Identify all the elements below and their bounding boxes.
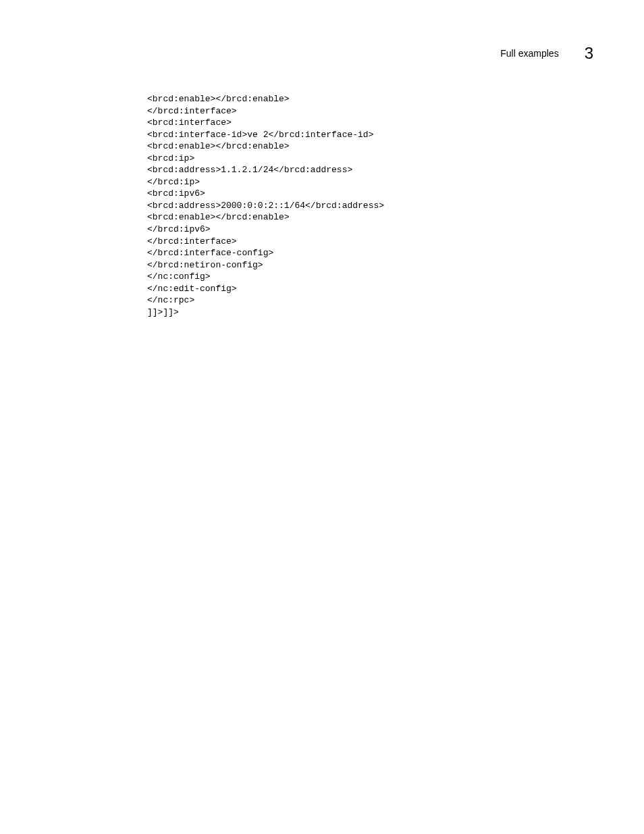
code-line: <brcd:enable></brcd:enable>: [147, 141, 290, 151]
code-line: </nc:edit-config>: [147, 284, 237, 294]
code-line: </brcd:interface>: [147, 106, 237, 116]
code-line: <brcd:ipv6>: [147, 188, 205, 199]
code-line: </brcd:interface-config>: [147, 248, 273, 258]
code-line: </brcd:netiron-config>: [147, 260, 263, 270]
page-header: Full examples 3: [500, 44, 593, 63]
code-line: <brcd:address>2000:0:0:2::1/64</brcd:add…: [147, 201, 384, 211]
code-line: </brcd:interface>: [147, 236, 237, 246]
code-line: <brcd:interface>: [147, 118, 232, 128]
code-line: </brcd:ip>: [147, 177, 200, 187]
code-line: </nc:rpc>: [147, 295, 194, 305]
chapter-number: 3: [585, 44, 593, 63]
code-line: <brcd:enable></brcd:enable>: [147, 94, 290, 104]
code-line: ]]>]]>: [147, 307, 179, 317]
code-line: <brcd:interface-id>ve 2</brcd:interface-…: [147, 130, 373, 140]
code-line: </brcd:ipv6>: [147, 224, 211, 234]
code-line: <brcd:enable></brcd:enable>: [147, 212, 290, 222]
code-line: </nc:config>: [147, 271, 211, 282]
code-example: <brcd:enable></brcd:enable> </brcd:inter…: [147, 93, 384, 318]
code-line: <brcd:ip>: [147, 153, 194, 163]
section-title: Full examples: [500, 48, 558, 59]
code-line: <brcd:address>1.1.2.1/24</brcd:address>: [147, 165, 352, 175]
